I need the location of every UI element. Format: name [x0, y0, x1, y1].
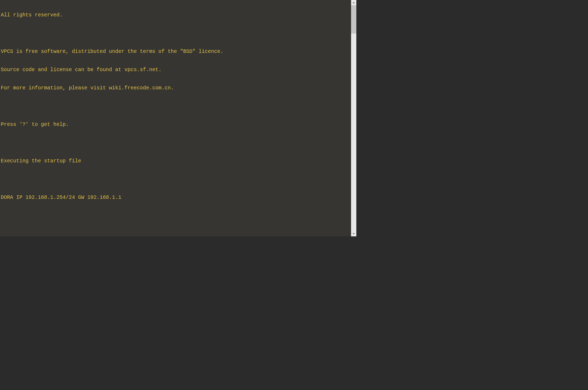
scroll-up-button[interactable] — [351, 0, 356, 5]
scroll-track[interactable] — [351, 5, 356, 231]
output-line — [1, 176, 350, 182]
output-line: VPCS is free software, distributed under… — [1, 49, 350, 55]
terminal-content: All rights reserved. VPCS is free softwa… — [1, 0, 350, 236]
output-line — [1, 231, 350, 236]
output-line — [1, 213, 350, 219]
output-line — [1, 140, 350, 146]
output-line — [1, 30, 350, 36]
output-line: Executing the startup file — [1, 158, 350, 164]
output-line: For more information, please visit wiki.… — [1, 85, 350, 91]
chevron-up-icon — [352, 1, 355, 4]
output-line: DORA IP 192.168.1.254/24 GW 192.168.1.1 — [1, 195, 350, 201]
terminal-viewport[interactable]: All rights reserved. VPCS is free softwa… — [0, 0, 351, 236]
output-line: Press '?' to get help. — [1, 122, 350, 128]
output-line: Source code and license can be found at … — [1, 67, 350, 73]
scroll-down-button[interactable] — [351, 231, 356, 236]
scroll-thumb[interactable] — [351, 5, 356, 34]
vertical-scrollbar[interactable] — [351, 0, 356, 236]
chevron-down-icon — [352, 232, 355, 235]
output-line: All rights reserved. — [1, 12, 350, 18]
output-line — [1, 103, 350, 109]
